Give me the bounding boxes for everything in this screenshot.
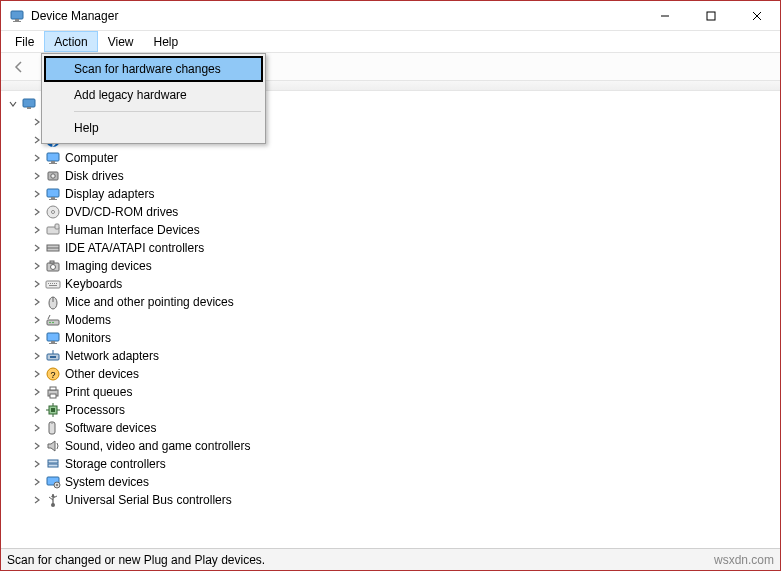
unknown-icon: ? xyxy=(45,366,61,382)
disk-icon xyxy=(45,168,61,184)
disc-icon xyxy=(45,204,61,220)
chevron-right-icon[interactable] xyxy=(31,314,43,326)
printer-icon xyxy=(45,384,61,400)
chevron-down-icon[interactable] xyxy=(7,98,19,110)
tree-category-node[interactable]: Software devices xyxy=(25,419,780,437)
status-text: Scan for changed or new Plug and Play de… xyxy=(7,553,265,567)
statusbar: Scan for changed or new Plug and Play de… xyxy=(1,548,780,570)
chevron-right-icon[interactable] xyxy=(31,296,43,308)
tree-category-node[interactable]: IDE ATA/ATAPI controllers xyxy=(25,239,780,257)
tree-category-node[interactable]: Universal Serial Bus controllers xyxy=(25,491,780,509)
svg-rect-2 xyxy=(13,21,21,22)
sound-icon xyxy=(45,438,61,454)
menu-help[interactable]: Help xyxy=(144,31,189,52)
chevron-right-icon[interactable] xyxy=(31,422,43,434)
tree-category-label: Network adapters xyxy=(65,349,159,363)
device-tree[interactable]: BatteriesBluetoothComputerDisk drivesDis… xyxy=(1,91,780,548)
camera-icon xyxy=(45,258,61,274)
chevron-right-icon[interactable] xyxy=(31,368,43,380)
chevron-right-icon[interactable] xyxy=(31,476,43,488)
app-icon xyxy=(9,8,25,24)
svg-rect-43 xyxy=(47,333,59,341)
back-button[interactable] xyxy=(7,56,31,78)
maximize-button[interactable] xyxy=(688,1,734,31)
software-icon xyxy=(45,420,61,436)
tree-category-label: IDE ATA/ATAPI controllers xyxy=(65,241,204,255)
tree-category-node[interactable]: Human Interface Devices xyxy=(25,221,780,239)
svg-rect-13 xyxy=(47,153,59,161)
menu-action[interactable]: Action xyxy=(44,31,97,52)
svg-rect-53 xyxy=(50,394,56,398)
tree-category-node[interactable]: Network adapters xyxy=(25,347,780,365)
tree-category-node[interactable]: System devices xyxy=(25,473,780,491)
tree-category-label: Print queues xyxy=(65,385,132,399)
svg-point-66 xyxy=(56,484,58,486)
tree-category-node[interactable]: Computer xyxy=(25,149,780,167)
chevron-right-icon[interactable] xyxy=(31,458,43,470)
tree-category-node[interactable]: Modems xyxy=(25,311,780,329)
chevron-right-icon[interactable] xyxy=(31,224,43,236)
chevron-right-icon[interactable] xyxy=(31,494,43,506)
menu-view[interactable]: View xyxy=(98,31,144,52)
tree-category-node[interactable]: Monitors xyxy=(25,329,780,347)
menu-item-label: Help xyxy=(74,121,99,135)
tree-category-label: Computer xyxy=(65,151,118,165)
tree-category-node[interactable]: Sound, video and game controllers xyxy=(25,437,780,455)
tree-category-label: Software devices xyxy=(65,421,156,435)
svg-rect-55 xyxy=(51,408,55,412)
tree-category-node[interactable]: Print queues xyxy=(25,383,780,401)
svg-point-22 xyxy=(52,211,55,214)
minimize-button[interactable] xyxy=(642,1,688,31)
tree-category-node[interactable]: Imaging devices xyxy=(25,257,780,275)
tree-category-node[interactable]: DVD/CD-ROM drives xyxy=(25,203,780,221)
chevron-right-icon[interactable] xyxy=(31,278,43,290)
tree-category-label: Disk drives xyxy=(65,169,124,183)
titlebar: Device Manager xyxy=(1,1,780,31)
ide-icon xyxy=(45,240,61,256)
tree-category-label: System devices xyxy=(65,475,149,489)
tree-category-label: Other devices xyxy=(65,367,139,381)
tree-category-node[interactable]: Display adapters xyxy=(25,185,780,203)
svg-rect-14 xyxy=(51,161,55,163)
tree-category-node[interactable]: Keyboards xyxy=(25,275,780,293)
svg-rect-4 xyxy=(707,12,715,20)
svg-rect-15 xyxy=(49,163,57,164)
svg-point-17 xyxy=(51,174,55,178)
chevron-right-icon[interactable] xyxy=(31,170,43,182)
tree-category-label: Sound, video and game controllers xyxy=(65,439,250,453)
window-title: Device Manager xyxy=(31,9,118,23)
chevron-right-icon[interactable] xyxy=(31,386,43,398)
chevron-right-icon[interactable] xyxy=(31,242,43,254)
chevron-right-icon[interactable] xyxy=(31,440,43,452)
chevron-right-icon[interactable] xyxy=(31,152,43,164)
chevron-right-icon[interactable] xyxy=(31,206,43,218)
menu-add-legacy[interactable]: Add legacy hardware xyxy=(44,82,263,108)
svg-rect-0 xyxy=(11,11,23,19)
tree-category-node[interactable]: Storage controllers xyxy=(25,455,780,473)
chevron-right-icon[interactable] xyxy=(31,332,43,344)
computer-icon xyxy=(21,96,37,112)
chevron-right-icon[interactable] xyxy=(31,188,43,200)
chevron-right-icon[interactable] xyxy=(31,404,43,416)
menu-file[interactable]: File xyxy=(5,31,44,52)
chevron-right-icon[interactable] xyxy=(31,350,43,362)
close-button[interactable] xyxy=(734,1,780,31)
tree-category-node[interactable]: Processors xyxy=(25,401,780,419)
tree-category-label: Mice and other pointing devices xyxy=(65,295,234,309)
tree-category-label: Monitors xyxy=(65,331,111,345)
menu-scan-hardware[interactable]: Scan for hardware changes xyxy=(44,56,263,82)
tree-category-node[interactable]: Mice and other pointing devices xyxy=(25,293,780,311)
svg-point-41 xyxy=(49,322,51,324)
tree-category-node[interactable]: Disk drives xyxy=(25,167,780,185)
tree-category-node[interactable]: ?Other devices xyxy=(25,365,780,383)
tree-category-label: Human Interface Devices xyxy=(65,223,200,237)
tree-category-label: Display adapters xyxy=(65,187,154,201)
menu-action-help[interactable]: Help xyxy=(44,115,263,141)
svg-point-42 xyxy=(52,322,54,324)
svg-text:?: ? xyxy=(50,370,55,380)
tree-category-label: Processors xyxy=(65,403,125,417)
tree-category-label: Imaging devices xyxy=(65,259,152,273)
tree-category-label: DVD/CD-ROM drives xyxy=(65,205,178,219)
svg-rect-20 xyxy=(49,199,57,200)
chevron-right-icon[interactable] xyxy=(31,260,43,272)
